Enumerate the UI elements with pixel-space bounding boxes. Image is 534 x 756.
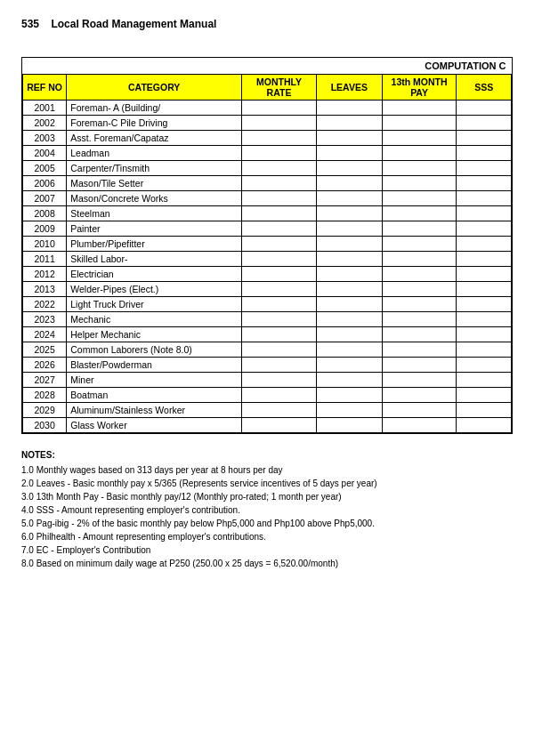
row-leaves bbox=[316, 116, 382, 131]
row-sss bbox=[457, 221, 512, 237]
row-13th bbox=[382, 418, 457, 433]
row-rate bbox=[242, 101, 317, 116]
row-category: Blaster/Powderman bbox=[67, 358, 242, 373]
table-row: 2006Mason/Tile Setter bbox=[23, 176, 512, 191]
row-rate bbox=[242, 116, 317, 131]
row-13th bbox=[382, 146, 457, 161]
table-row: 2027Miner bbox=[23, 373, 512, 388]
col-leaves: LEAVES bbox=[316, 75, 382, 101]
table-row: 2023Mechanic bbox=[23, 312, 512, 327]
row-ref: 2005 bbox=[23, 161, 67, 176]
row-rate bbox=[242, 161, 317, 176]
table-body: 2001Foreman- A (Building/2002Foreman-C P… bbox=[23, 101, 512, 433]
notes-section: NOTES: 1.0 Monthly wages based on 313 da… bbox=[21, 448, 513, 570]
row-category: Plumber/Pipefitter bbox=[67, 237, 242, 252]
row-sss bbox=[457, 358, 512, 373]
row-category: Carpenter/Tinsmith bbox=[67, 161, 242, 176]
row-13th bbox=[382, 327, 457, 342]
row-ref: 2003 bbox=[23, 131, 67, 146]
row-ref: 2008 bbox=[23, 206, 67, 221]
note-item: 4.0 SSS - Amount representing employer's… bbox=[21, 503, 513, 517]
row-13th bbox=[382, 312, 457, 327]
row-leaves bbox=[316, 358, 382, 373]
row-leaves bbox=[316, 373, 382, 388]
row-category: Mason/Concrete Works bbox=[67, 191, 242, 206]
note-item: 1.0 Monthly wages based on 313 days per … bbox=[21, 463, 513, 477]
row-rate bbox=[242, 252, 317, 267]
main-table-wrapper: COMPUTATION C REF NO CATEGORY MONTHLY RA… bbox=[21, 57, 513, 434]
row-sss bbox=[457, 282, 512, 297]
row-leaves bbox=[316, 282, 382, 297]
row-13th bbox=[382, 358, 457, 373]
row-leaves bbox=[316, 237, 382, 252]
row-leaves bbox=[316, 403, 382, 418]
row-sss bbox=[457, 342, 512, 358]
table-row: 2005Carpenter/Tinsmith bbox=[23, 161, 512, 176]
row-13th bbox=[382, 131, 457, 146]
row-ref: 2022 bbox=[23, 297, 67, 312]
row-leaves bbox=[316, 327, 382, 342]
row-leaves bbox=[316, 131, 382, 146]
row-13th bbox=[382, 221, 457, 237]
table-row: 2003Asst. Foreman/Capataz bbox=[23, 131, 512, 146]
row-sss bbox=[457, 267, 512, 282]
row-rate bbox=[242, 403, 317, 418]
row-rate bbox=[242, 176, 317, 191]
row-sss bbox=[457, 312, 512, 327]
table-row: 2028Boatman bbox=[23, 388, 512, 403]
row-category: Electrician bbox=[67, 267, 242, 282]
row-rate bbox=[242, 388, 317, 403]
table-row: 2009Painter bbox=[23, 221, 512, 237]
row-rate bbox=[242, 342, 317, 358]
row-leaves bbox=[316, 176, 382, 191]
row-ref: 2029 bbox=[23, 403, 67, 418]
row-category: Steelman bbox=[67, 206, 242, 221]
row-leaves bbox=[316, 297, 382, 312]
row-category: Light Truck Driver bbox=[67, 297, 242, 312]
row-ref: 2025 bbox=[23, 342, 67, 358]
table-row: 2008Steelman bbox=[23, 206, 512, 221]
table-row: 2011Skilled Labor- bbox=[23, 252, 512, 267]
row-ref: 2013 bbox=[23, 282, 67, 297]
page-header: 535 Local Road Management Manual bbox=[21, 18, 513, 30]
row-category: Leadman bbox=[67, 146, 242, 161]
row-category: Painter bbox=[67, 221, 242, 237]
row-category: Common Laborers (Note 8.0) bbox=[67, 342, 242, 358]
row-leaves bbox=[316, 312, 382, 327]
note-item: 5.0 Pag-ibig - 2% of the basic monthly p… bbox=[21, 517, 513, 530]
row-sss bbox=[457, 403, 512, 418]
row-13th bbox=[382, 373, 457, 388]
computation-label: COMPUTATION C bbox=[23, 58, 512, 75]
row-sss bbox=[457, 252, 512, 267]
computation-header-row: COMPUTATION C bbox=[23, 58, 512, 75]
table-row: 2012Electrician bbox=[23, 267, 512, 282]
row-rate bbox=[242, 312, 317, 327]
row-13th bbox=[382, 267, 457, 282]
row-sss bbox=[457, 388, 512, 403]
row-ref: 2002 bbox=[23, 116, 67, 131]
table-row: 2010Plumber/Pipefitter bbox=[23, 237, 512, 252]
table-row: 2007Mason/Concrete Works bbox=[23, 191, 512, 206]
row-ref: 2027 bbox=[23, 373, 67, 388]
row-ref: 2028 bbox=[23, 388, 67, 403]
notes-title: NOTES: bbox=[21, 448, 513, 462]
row-rate bbox=[242, 282, 317, 297]
row-13th bbox=[382, 206, 457, 221]
table-row: 2030Glass Worker bbox=[23, 418, 512, 433]
row-leaves bbox=[316, 267, 382, 282]
row-rate bbox=[242, 373, 317, 388]
row-ref: 2030 bbox=[23, 418, 67, 433]
table-row: 2002Foreman-C Pile Driving bbox=[23, 116, 512, 131]
row-sss bbox=[457, 206, 512, 221]
row-ref: 2012 bbox=[23, 267, 67, 282]
row-rate bbox=[242, 206, 317, 221]
row-sss bbox=[457, 237, 512, 252]
table-row: 2004Leadman bbox=[23, 146, 512, 161]
column-header-row: REF NO CATEGORY MONTHLY RATE LEAVES 13th… bbox=[23, 75, 512, 101]
row-leaves bbox=[316, 252, 382, 267]
row-rate bbox=[242, 221, 317, 237]
row-category: Skilled Labor- bbox=[67, 252, 242, 267]
row-ref: 2011 bbox=[23, 252, 67, 267]
col-13th-month: 13th MONTH PAY bbox=[382, 75, 457, 101]
note-item: 7.0 EC - Employer's Contribution bbox=[21, 543, 513, 557]
